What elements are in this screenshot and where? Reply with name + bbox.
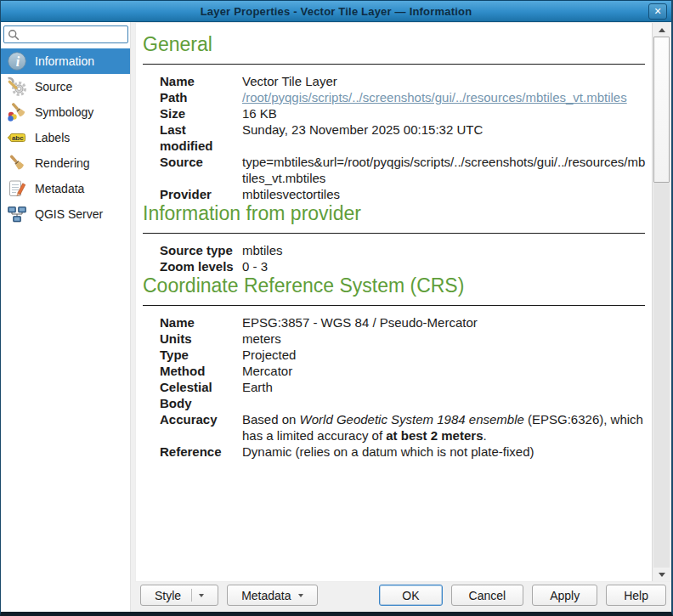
button-bar: Style Metadata OK Cancel Apply Help [135,582,671,612]
help-button[interactable]: Help [606,585,666,606]
vertical-scrollbar[interactable] [652,23,670,581]
search-input[interactable] [3,25,128,43]
metadata-document-icon [7,178,27,199]
field-value: Dynamic (relies on a datum which is not … [242,444,647,460]
table-row: Last modified Sunday, 23 November 2025 0… [160,122,647,154]
field-value: Sunday, 23 November 2025 00:15:32 UTC [242,122,647,154]
close-icon: ✕ [653,6,661,17]
sidebar-item-metadata[interactable]: Metadata [1,176,130,201]
section-heading-crs: Coordinate Reference System (CRS) [143,274,645,306]
metadata-menu-button[interactable]: Metadata [227,585,317,606]
general-table: Name Vector Tile Layer Path /root/pyqgis… [160,73,647,202]
arrow-down-icon [659,573,665,577]
symbology-brush-icon [7,102,27,122]
field-label: Last modified [160,122,242,154]
table-row: Path /root/pyqgis/scripts/../screenshots… [160,89,647,105]
information-icon: i [7,51,27,71]
table-row: Accuracy Based on World Geodetic System … [160,411,647,444]
information-page: General Name Vector Tile Layer Path /roo… [136,23,652,581]
chevron-down-icon [199,594,204,597]
table-row: Reference Dynamic (relies on a datum whi… [160,444,647,460]
field-label: Size [160,105,242,122]
style-menu-button[interactable]: Style [140,585,218,606]
field-value: Based on World Geodetic System 1984 ense… [242,411,647,444]
scrollbar-track[interactable] [653,183,670,568]
table-row: Provider mbtilesvectortiles [160,186,647,202]
table-row: Units meters [160,331,647,347]
ok-button[interactable]: OK [379,585,442,606]
sidebar-item-label: Source [35,80,72,93]
title-bar: Layer Properties - Vector Tile Layer — I… [1,0,671,22]
server-network-icon [7,204,27,224]
arrow-up-icon [659,28,665,32]
svg-text:abc: abc [12,134,24,142]
field-value: mbtiles [242,242,647,258]
table-row: Method Mercator [160,363,647,379]
field-value: EPSG:3857 - WGS 84 / Pseudo-Mercator [242,314,647,331]
sidebar-item-label: Rendering [35,156,90,170]
field-value: Earth [242,379,647,411]
sidebar-item-label: Metadata [35,182,84,195]
field-value: Vector Tile Layer [242,73,647,89]
svg-text:i: i [16,54,20,69]
sidebar: i Information Source [1,22,131,612]
path-link[interactable]: /root/pyqgis/scripts/../screenshots/gui/… [242,90,627,105]
field-value: 0 - 3 [242,258,647,274]
sidebar-item-information[interactable]: i Information [1,48,130,74]
field-label: Provider [160,186,242,202]
section-heading-provider-info: Information from provider [143,202,645,234]
field-label: Method [160,363,242,379]
sidebar-item-labels[interactable]: abc Labels [1,125,130,150]
search-icon [8,29,20,44]
cancel-button[interactable]: Cancel [451,585,524,606]
field-label: Units [160,331,242,347]
table-row: Name EPSG:3857 - WGS 84 / Pseudo-Mercato… [160,314,647,331]
provider-info-table: Source type mbtiles Zoom levels 0 - 3 [160,242,647,274]
field-label: Type [160,347,242,363]
field-value: Projected [242,347,647,363]
field-label: Source type [160,242,242,258]
table-row: Source type=mbtiles&url=/root/pyqgis/scr… [160,154,647,186]
table-row: Name Vector Tile Layer [160,73,647,89]
field-value: mbtilesvectortiles [242,186,647,202]
field-label: Source [160,154,242,186]
table-row: Type Projected [160,347,647,363]
table-row: Source type mbtiles [160,242,647,258]
scrollbar-thumb[interactable] [653,37,670,183]
table-row: Zoom levels 0 - 3 [160,258,647,274]
crs-table: Name EPSG:3857 - WGS 84 / Pseudo-Mercato… [160,314,647,460]
field-label: Name [160,73,242,89]
apply-button[interactable]: Apply [532,585,597,606]
scroll-up-button[interactable] [653,23,670,37]
information-panel: General Name Vector Tile Layer Path /roo… [135,22,671,582]
sidebar-item-label: QGIS Server [35,207,103,221]
field-value: /root/pyqgis/scripts/../screenshots/gui/… [242,89,647,105]
field-label: Reference [160,444,242,460]
field-label: Accuracy [160,411,242,444]
sidebar-item-symbology[interactable]: Symbology [1,99,130,125]
field-label: Path [160,89,242,105]
wrench-gear-icon [7,76,27,97]
sidebar-item-label: Information [35,54,94,68]
rendering-brush-icon [7,153,27,173]
field-label: Celestial Body [160,379,242,411]
sidebar-item-label: Symbology [35,105,93,119]
sidebar-item-rendering[interactable]: Rendering [1,150,130,176]
sidebar-item-source[interactable]: Source [1,74,130,99]
field-value: Mercator [242,363,647,379]
sidebar-item-qgis-server[interactable]: QGIS Server [1,201,130,227]
section-heading-general: General [143,33,645,65]
table-row: Size 16 KB [160,105,647,122]
abc-label-icon: abc [7,127,27,148]
field-label: Zoom levels [160,258,242,274]
close-button[interactable]: ✕ [648,3,667,20]
window-title: Layer Properties - Vector Tile Layer — I… [1,5,671,18]
field-value: type=mbtiles&url=/root/pyqgis/scripts/..… [242,154,647,186]
scroll-down-button[interactable] [653,568,670,581]
chevron-down-icon [298,594,303,597]
field-value: meters [242,331,647,347]
field-value: 16 KB [242,105,647,122]
table-row: Celestial Body Earth [160,379,647,411]
layer-properties-dialog: Layer Properties - Vector Tile Layer — I… [0,0,673,616]
field-label: Name [160,314,242,331]
